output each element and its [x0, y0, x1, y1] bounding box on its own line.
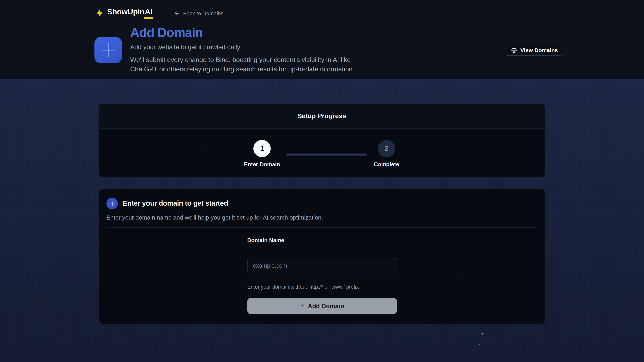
view-domains-button[interactable]: View Domains [506, 45, 563, 56]
sparkle-icon: ✦ [478, 343, 481, 347]
domain-name-input[interactable] [247, 258, 397, 273]
header-band: ShowUpInAI Back to Domains Add Domain Ad… [0, 0, 644, 79]
form-header: Enter your domain to get started Enter y… [98, 189, 545, 228]
domain-name-label: Domain Name [247, 237, 284, 244]
lightning-icon [95, 8, 104, 18]
step-label-complete: Complete [358, 161, 415, 167]
add-domain-button-label: Add Domain [308, 303, 344, 310]
form-header-divider [106, 227, 537, 228]
brand-logo[interactable]: ShowUpInAI [95, 7, 153, 19]
page-description: We'll submit every change to Bing, boost… [130, 55, 355, 74]
nav-divider [163, 7, 163, 19]
brand-accent: AI [144, 7, 153, 19]
page-title: Add Domain [130, 25, 202, 40]
back-to-domains-link[interactable]: Back to Domains [174, 10, 224, 16]
enter-domain-card: Enter your domain to get started Enter y… [98, 189, 546, 324]
step-circle-enter-domain: 1 [254, 140, 271, 157]
view-domains-label: View Domains [520, 47, 558, 53]
plus-icon [109, 200, 115, 207]
brand-name: ShowUpInAI [107, 7, 153, 19]
form-title: Enter your domain to get started [123, 199, 228, 208]
globe-icon [511, 47, 517, 53]
plus-icon: + [300, 302, 304, 309]
domain-help-text: Enter your domain without 'http://' or '… [247, 284, 359, 290]
add-domain-tile [94, 37, 122, 63]
setup-progress-card: Setup Progress 1 2 Enter Domain Complete [98, 103, 546, 177]
plus-icon [100, 42, 116, 58]
step-label-enter-domain: Enter Domain [233, 161, 291, 167]
back-link-label: Back to Domains [183, 10, 224, 16]
sparkle-icon: ✦ [480, 332, 484, 336]
page-subtitle: Add your website to get it crawled daily… [130, 43, 242, 51]
top-nav: ShowUpInAI Back to Domains [95, 0, 224, 26]
arrow-left-icon [174, 10, 180, 16]
setup-progress-title: Setup Progress [98, 104, 545, 129]
form-description: Enter your domain name and we'll help yo… [106, 214, 537, 221]
step-connector-line [286, 153, 367, 155]
progress-steps: 1 2 Enter Domain Complete [98, 129, 545, 177]
form-plus-badge [106, 198, 118, 209]
page: ShowUpInAI Back to Domains Add Domain Ad… [0, 0, 644, 362]
step-circle-complete: 2 [378, 140, 395, 157]
add-domain-button[interactable]: + Add Domain [247, 298, 397, 314]
